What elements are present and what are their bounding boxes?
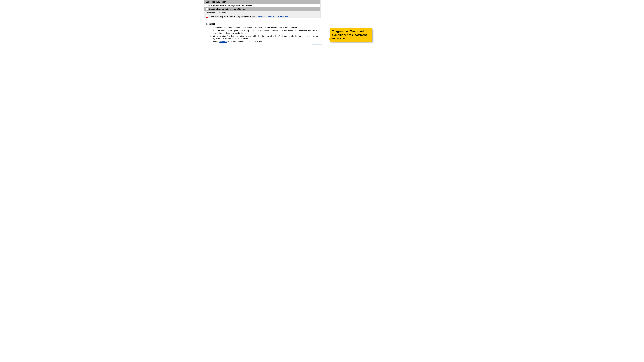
agree-prefix: I have read, fully understand and agree … (209, 15, 257, 17)
section-title: Subscribe eStatement (206, 1, 226, 3)
account-row: Consolidated Statement (204, 11, 320, 14)
account-name: Consolidated Statement (206, 11, 226, 14)
estatement-form: Subscribe eStatement Enjoy a green life … (204, 0, 320, 18)
remarks-list: To complete first time registration, ple… (204, 26, 320, 43)
terms-link[interactable]: Terms and Conditions of eStatement (257, 15, 288, 17)
submit-button[interactable]: Submit (311, 44, 323, 44)
agree-row: I have read, fully understand and agree … (204, 14, 320, 18)
security-tips-link[interactable]: click here (219, 40, 227, 43)
agree-text: I have read, fully understand and agree … (209, 15, 290, 17)
agree-checkbox[interactable] (206, 15, 208, 18)
select-all-checkbox[interactable] (206, 8, 208, 10)
remarks-heading: Remarks: (204, 20, 320, 26)
intro-text: Enjoy a green life and start using eStat… (206, 4, 252, 6)
submit-highlight-box: Submit (308, 40, 326, 44)
select-all-label: Select all accounts to receive eStatemen… (209, 8, 247, 10)
instruction-callout-7: 7. Agree the “Terms and Conditions” of e… (330, 28, 372, 42)
section-header: Subscribe eStatement (204, 0, 320, 4)
agree-suffix: ". (288, 15, 290, 17)
remarks-section: Remarks: To complete first time registra… (204, 18, 322, 44)
list-item: Upon eStatement subscription, we will st… (212, 29, 320, 35)
list-item: After completing first time registration… (212, 35, 320, 40)
remark4-suffix: to read more about Online Security Tips. (227, 40, 262, 43)
remark4-prefix: Please (212, 40, 219, 43)
select-all-row: Select all accounts to receive eStatemen… (204, 7, 320, 11)
list-item: To complete first time registration, ple… (212, 26, 320, 29)
intro-row: Enjoy a green life and start using eStat… (204, 4, 320, 7)
list-item: Please click here to read more about Onl… (212, 40, 320, 43)
